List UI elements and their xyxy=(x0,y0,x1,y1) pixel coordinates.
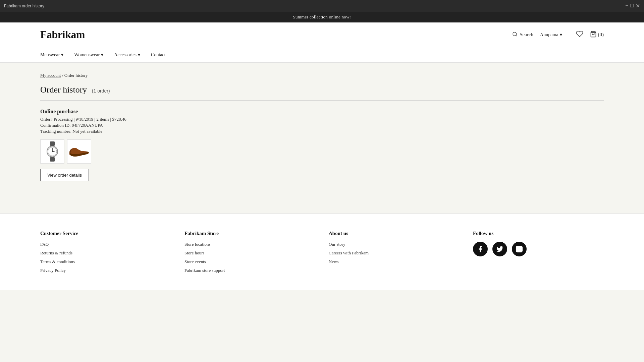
logo[interactable]: Fabrikam xyxy=(40,28,85,41)
user-name: Anupama xyxy=(540,32,558,38)
svg-rect-3 xyxy=(50,141,55,146)
footer-follow-title: Follow us xyxy=(473,231,604,236)
footer-about-us: About us Our story Careers with Fabrikam… xyxy=(329,231,460,277)
breadcrumb-myaccount-link[interactable]: My account xyxy=(40,73,61,78)
order-confirmation-id: 04F720AANUPA xyxy=(72,123,103,128)
nav-accessories[interactable]: Accessories ▾ xyxy=(114,47,140,62)
footer-fabrikam-store: Fabrikam Store Store locations Store hou… xyxy=(184,231,315,277)
header: Fabrikam Search Anupama ▾ xyxy=(0,22,644,47)
cart-button[interactable]: (0) xyxy=(590,31,604,39)
instagram-icon[interactable] xyxy=(512,242,527,256)
footer-about-title: About us xyxy=(329,231,460,236)
breadcrumb-current: Order history xyxy=(64,73,88,78)
order-date: 9/18/2019 xyxy=(76,117,94,122)
order-confirmation: Confirmation ID: 04F720AANUPA xyxy=(40,123,604,128)
title-divider xyxy=(40,100,604,101)
page-title: Order history (1 order) xyxy=(40,85,604,95)
search-label: Search xyxy=(520,32,533,38)
chevron-down-icon: ▾ xyxy=(560,32,562,38)
breadcrumb: My account / Order history xyxy=(40,73,604,78)
browser-tab-title: Fabrikam order history xyxy=(4,4,44,8)
header-divider xyxy=(569,32,569,38)
nav-womenswear[interactable]: Womenswear ▾ xyxy=(74,47,103,62)
footer-customer-service-title: Customer Service xyxy=(40,231,171,236)
browser-chrome: Fabrikam order history − □ ✕ xyxy=(0,0,644,12)
footer-customer-service: Customer Service FAQ Returns & refunds T… xyxy=(40,231,171,277)
search-button[interactable]: Search xyxy=(512,32,533,38)
twitter-icon[interactable] xyxy=(492,242,507,256)
nav-contact[interactable]: Contact xyxy=(151,47,166,62)
announcement-bar: Summer collection online now! xyxy=(0,12,644,22)
order-status: Processing xyxy=(54,117,72,122)
svg-point-0 xyxy=(513,32,517,36)
footer-link-ourstory[interactable]: Our story xyxy=(329,242,460,247)
footer-grid: Customer Service FAQ Returns & refunds T… xyxy=(40,231,604,277)
footer-store-title: Fabrikam Store xyxy=(184,231,315,236)
footer-link-hours[interactable]: Store hours xyxy=(184,250,315,256)
close-icon[interactable]: ✕ xyxy=(636,3,640,9)
footer-link-locations[interactable]: Store locations xyxy=(184,242,315,247)
order-images xyxy=(40,139,604,164)
footer-link-returns[interactable]: Returns & refunds xyxy=(40,250,171,256)
browser-controls: − □ ✕ xyxy=(625,3,640,9)
order-type: Online purchase xyxy=(40,109,604,115)
footer-link-privacy[interactable]: Privacy Policy xyxy=(40,268,171,273)
product-image-shoe xyxy=(67,139,91,164)
order-items: 2 items xyxy=(96,117,109,122)
chevron-down-icon: ▾ xyxy=(138,52,140,58)
cart-icon xyxy=(590,31,597,39)
wishlist-button[interactable] xyxy=(576,30,583,39)
user-menu[interactable]: Anupama ▾ xyxy=(540,32,562,38)
main-content: My account / Order history Order history… xyxy=(0,63,644,214)
order-card: Online purchase Order# Processing | 9/18… xyxy=(40,109,604,181)
footer-link-news[interactable]: News xyxy=(329,259,460,264)
svg-rect-8 xyxy=(50,157,55,162)
order-meta-line1: Order# Processing | 9/18/2019 | 2 items … xyxy=(40,117,604,122)
view-order-details-button[interactable]: View order details xyxy=(40,169,89,181)
chevron-down-icon: ▾ xyxy=(61,52,63,58)
product-image-watch xyxy=(40,139,64,164)
order-tracking: Tracking number: Not yet available xyxy=(40,129,604,134)
footer-link-events[interactable]: Store events xyxy=(184,259,315,264)
footer-link-careers[interactable]: Careers with Fabrikam xyxy=(329,250,460,256)
svg-point-10 xyxy=(518,248,520,250)
search-icon xyxy=(512,32,518,38)
social-icons xyxy=(473,242,604,256)
footer-follow-us: Follow us xyxy=(473,231,604,277)
svg-line-1 xyxy=(516,35,517,36)
header-right: Search Anupama ▾ (0) xyxy=(512,30,604,39)
minimize-icon[interactable]: − xyxy=(625,3,628,9)
footer-link-faq[interactable]: FAQ xyxy=(40,242,171,247)
footer-link-terms[interactable]: Terms & conditions xyxy=(40,259,171,264)
nav-menswear[interactable]: Menswear ▾ xyxy=(40,47,63,62)
facebook-icon[interactable] xyxy=(473,242,488,256)
chevron-down-icon: ▾ xyxy=(101,52,103,58)
breadcrumb-separator: / xyxy=(62,73,64,78)
order-count: (1 order) xyxy=(92,88,110,94)
cart-count: (0) xyxy=(598,32,604,38)
order-tracking-value: Not yet available xyxy=(72,129,102,134)
announcement-text: Summer collection online now! xyxy=(293,14,351,19)
main-nav: Menswear ▾ Womenswear ▾ Accessories ▾ Co… xyxy=(0,47,644,63)
footer: Customer Service FAQ Returns & refunds T… xyxy=(0,214,644,290)
footer-link-support[interactable]: Fabrikam store support xyxy=(184,268,315,273)
order-total: $728.46 xyxy=(112,117,126,122)
restore-icon[interactable]: □ xyxy=(630,3,634,9)
